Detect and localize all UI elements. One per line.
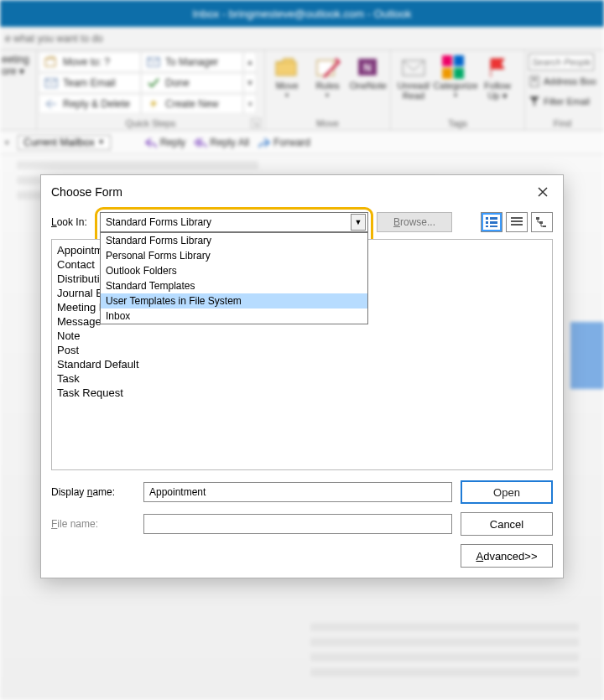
current-mailbox-dropdown[interactable]: Current Mailbox ▼ <box>18 135 111 150</box>
svg-rect-2 <box>45 79 57 87</box>
chevron-down-icon[interactable]: ▼ <box>351 214 366 231</box>
categorize-label: Categorize <box>433 80 477 91</box>
list-icon <box>485 216 498 228</box>
display-name-label: Display name: <box>51 486 135 498</box>
qs-team-email[interactable]: Team Email <box>39 73 141 93</box>
categorize-icon <box>442 55 469 79</box>
onenote-button[interactable]: N OneNote <box>348 52 388 103</box>
move-group-label: Move <box>267 117 388 130</box>
window-title: Inbox - bringmesteve@outlook.com - Outlo… <box>0 0 604 27</box>
display-name-input[interactable] <box>143 482 452 502</box>
svg-rect-0 <box>45 59 55 66</box>
look-in-option[interactable]: Personal Forms Library <box>101 248 367 263</box>
filter-email-button[interactable]: Filter Email <box>528 92 596 111</box>
look-in-option[interactable]: Standard Forms Library <box>101 233 367 248</box>
svg-rect-20 <box>539 221 543 224</box>
qs-to-manager[interactable]: To Manager <box>141 52 243 72</box>
form-list-item[interactable]: Post <box>57 343 547 357</box>
form-list-item[interactable]: Task <box>57 371 547 386</box>
cancel-button[interactable]: Cancel <box>461 512 553 536</box>
qs-reply-delete[interactable]: Reply & Delete <box>39 94 141 114</box>
view-tree-button[interactable] <box>531 212 553 232</box>
qs-to-manager-label: To Manager <box>165 56 218 68</box>
svg-rect-17 <box>511 220 523 222</box>
close-icon <box>537 186 549 198</box>
categorize-button[interactable]: Categorize▾ <box>435 52 476 104</box>
svg-rect-14 <box>490 221 497 224</box>
chevron-down-icon[interactable]: ▾ <box>5 138 9 147</box>
forward-icon <box>258 137 271 148</box>
form-list-item[interactable]: Standard Default <box>57 357 547 371</box>
look-in-combo[interactable]: Standard Forms Library ▼ <box>100 212 368 232</box>
funnel-icon <box>528 96 540 107</box>
svg-rect-3 <box>276 62 296 75</box>
follow-up-button[interactable]: Follow Up ▾ <box>476 52 518 104</box>
details-icon <box>510 216 523 228</box>
svg-rect-13 <box>490 217 497 220</box>
look-in-option[interactable]: Inbox <box>101 309 367 324</box>
qs-more[interactable]: ▾ <box>243 94 257 114</box>
more-text[interactable]: ore ▾ <box>2 65 34 77</box>
reply-label: Reply <box>160 137 186 148</box>
rules-button[interactable]: Rules▾ <box>307 52 347 103</box>
unread-read-button[interactable]: Unread/ Read <box>393 52 435 104</box>
qs-scroll-up[interactable]: ▲ <box>243 52 257 72</box>
svg-rect-12 <box>486 226 488 227</box>
address-book-button[interactable]: Address Boo <box>528 72 596 91</box>
quick-steps-label: Quick Steps <box>126 118 175 128</box>
advanced-button[interactable]: Advanced>> <box>461 544 553 568</box>
form-list-item[interactable]: Note <box>57 329 547 343</box>
find-group-label: Find <box>527 117 598 130</box>
choose-form-dialog: Choose Form Look In: Standard Forms Libr… <box>40 174 564 578</box>
qs-reply-delete-label: Reply & Delete <box>63 98 130 110</box>
forward-label: Forward <box>273 137 310 148</box>
close-button[interactable] <box>533 182 553 202</box>
forward-button[interactable]: Forward <box>258 137 310 148</box>
reply-all-icon <box>194 137 207 148</box>
rules-icon <box>314 55 341 79</box>
meeting-text[interactable]: eeting <box>2 54 34 65</box>
lightning-icon <box>147 98 160 110</box>
look-in-option[interactable]: Outlook Folders <box>101 263 367 278</box>
tell-me-bar[interactable]: e what you want to do <box>0 27 604 50</box>
svg-rect-18 <box>511 224 523 226</box>
open-button[interactable]: Open <box>461 480 553 504</box>
svg-rect-1 <box>148 58 159 66</box>
reply-icon <box>144 137 158 148</box>
reply-all-label: Reply All <box>210 137 249 148</box>
look-in-dropdown[interactable]: Standard Forms LibraryPersonal Forms Lib… <box>100 232 368 324</box>
qs-create-new[interactable]: Create New <box>141 94 243 114</box>
find-group: Address Boo Filter Email Find <box>525 50 600 130</box>
form-list-item[interactable]: Task Request <box>57 386 547 400</box>
view-details-button[interactable] <box>506 212 528 232</box>
look-in-label: Look In: <box>51 216 91 228</box>
chevron-down-icon: ▼ <box>98 138 105 146</box>
qs-move-to[interactable]: Move to: ? <box>39 52 141 72</box>
reply-all-button[interactable]: Reply All <box>194 137 249 148</box>
qs-done[interactable]: Done <box>141 73 243 93</box>
move-label: Move <box>276 80 299 91</box>
filter-email-label: Filter Email <box>544 96 590 106</box>
qs-done-label: Done <box>165 77 190 89</box>
unread-read-label: Unread/ Read <box>397 80 430 101</box>
follow-up-label: Follow Up ▾ <box>484 80 511 101</box>
onenote-label: OneNote <box>350 80 387 91</box>
qs-move-to-label: Move to: ? <box>63 56 110 68</box>
qs-create-new-label: Create New <box>165 98 218 110</box>
reply-button[interactable]: Reply <box>144 137 186 148</box>
move-button[interactable]: Move▾ <box>267 52 307 103</box>
file-name-input[interactable] <box>143 514 452 534</box>
look-in-option[interactable]: Standard Templates <box>101 278 367 293</box>
address-book-icon <box>528 75 540 87</box>
search-people-input[interactable] <box>528 54 594 70</box>
qs-scroll-down[interactable]: ▼ <box>243 73 257 93</box>
ribbon: eeting ore ▾ Move to: ? <box>0 50 604 131</box>
reply-delete-icon <box>44 98 58 110</box>
look-in-option[interactable]: User Templates in File System <box>101 293 367 309</box>
dialog-title: Choose Form <box>51 185 122 199</box>
svg-rect-7 <box>403 60 424 75</box>
move-group: Move▾ Rules▾ N OneNote Move <box>265 50 391 130</box>
dialog-launcher-icon[interactable]: ↘ <box>251 118 261 128</box>
view-list-button[interactable] <box>481 212 502 232</box>
svg-rect-4 <box>317 60 334 75</box>
